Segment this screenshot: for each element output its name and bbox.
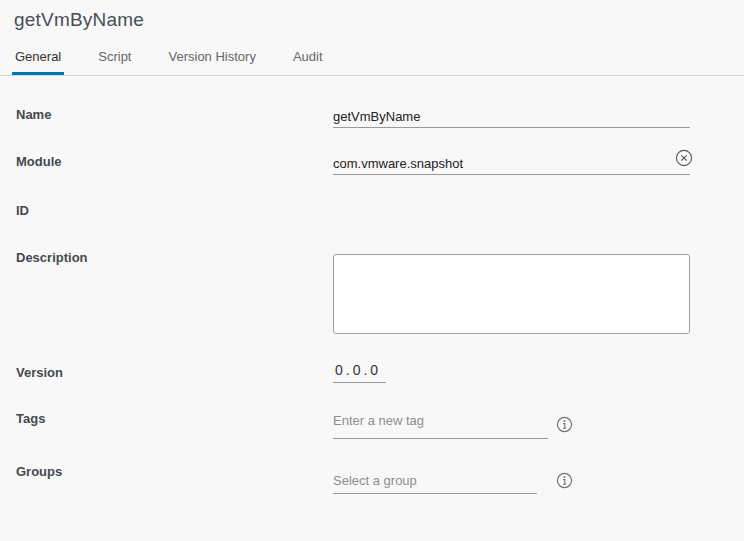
id-row: ID (16, 200, 333, 219)
tab-script[interactable]: Script (95, 44, 134, 75)
info-circle-icon (556, 472, 573, 489)
module-input-wrap (333, 151, 690, 175)
x-circle-icon (675, 149, 693, 167)
tab-general[interactable]: General (12, 44, 64, 75)
info-circle-icon (556, 416, 573, 433)
page-title: getVmByName (14, 9, 144, 31)
groups-info-icon[interactable] (556, 472, 573, 489)
version-value[interactable]: 0.0.0 (333, 362, 386, 383)
module-label: Module (16, 151, 333, 170)
name-row: Name (16, 104, 690, 128)
version-label: Version (16, 362, 333, 381)
module-row: Module (16, 151, 690, 175)
tags-input-wrap (333, 408, 548, 439)
module-input[interactable] (333, 156, 690, 172)
tags-info-icon[interactable] (556, 416, 573, 433)
description-textarea[interactable] (333, 254, 690, 334)
name-input-wrap (333, 104, 690, 128)
tags-input[interactable] (333, 413, 548, 429)
description-label: Description (16, 247, 333, 266)
tags-label: Tags (16, 408, 333, 427)
tab-bar: General Script Version History Audit (0, 44, 744, 76)
id-label: ID (16, 200, 333, 219)
clear-module-icon[interactable] (675, 149, 693, 167)
groups-input[interactable] (333, 473, 537, 489)
tab-version-history[interactable]: Version History (165, 44, 258, 75)
tab-audit[interactable]: Audit (290, 44, 326, 75)
name-input[interactable] (333, 109, 690, 125)
groups-input-wrap (333, 461, 537, 494)
tags-row: Tags (16, 408, 548, 439)
groups-row: Groups (16, 461, 537, 494)
action-editor-page: getVmByName General Script Version Histo… (0, 0, 744, 541)
name-label: Name (16, 104, 333, 123)
version-row: Version 0.0.0 (16, 362, 386, 383)
description-row: Description (16, 247, 690, 334)
groups-label: Groups (16, 461, 333, 480)
